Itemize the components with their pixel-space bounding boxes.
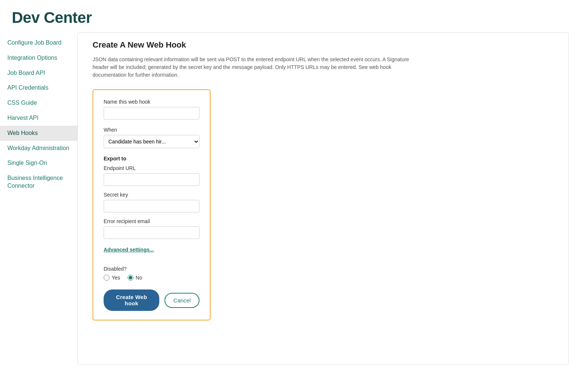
when-label: When	[104, 127, 199, 133]
sidebar-item-single-sign-on[interactable]: Single Sign-On	[0, 156, 77, 171]
error-email-label: Error recipient email	[104, 218, 199, 224]
export-to-group: Export to Endpoint URL Secret key Error …	[104, 156, 199, 239]
radio-no-label: No	[136, 275, 142, 281]
sidebar-item-harvest-api[interactable]: Harvest API	[0, 111, 77, 126]
radio-yes-label: Yes	[112, 275, 120, 281]
secret-key-label: Secret key	[104, 192, 199, 198]
main-layout: Configure Job Board Integration Options …	[0, 32, 576, 372]
create-webhook-button[interactable]: Create Web hook	[104, 289, 159, 311]
sidebar-item-configure-job-board[interactable]: Configure Job Board	[0, 35, 77, 51]
radio-yes-option[interactable]: Yes	[104, 275, 120, 281]
endpoint-url-label: Endpoint URL	[104, 165, 199, 171]
radio-group: Yes No	[104, 275, 199, 281]
radio-no-option[interactable]: No	[128, 275, 142, 281]
export-to-label: Export to	[104, 156, 199, 162]
name-label: Name this web hook	[104, 99, 199, 105]
radio-no-input[interactable]	[128, 275, 133, 281]
form-card: Name this web hook When Candidate has be…	[93, 89, 211, 320]
sidebar-item-web-hooks[interactable]: Web Hooks	[0, 126, 77, 141]
endpoint-url-input[interactable]	[104, 173, 199, 186]
when-group: When Candidate has been hir... Candidate…	[104, 127, 199, 148]
radio-yes-input[interactable]	[104, 275, 110, 281]
name-group: Name this web hook	[104, 99, 199, 119]
disabled-label: Disabled?	[104, 266, 199, 272]
sidebar-item-css-guide[interactable]: CSS Guide	[0, 96, 77, 111]
sidebar-item-integration-options[interactable]: Integration Options	[0, 51, 77, 66]
name-input[interactable]	[104, 107, 199, 119]
sidebar-item-workday-administration[interactable]: Workday Administration	[0, 141, 77, 156]
sidebar-item-business-intelligence-connector[interactable]: Business Intelligence Connector	[0, 171, 77, 194]
form-buttons: Create Web hook Cancel	[104, 289, 199, 311]
when-select[interactable]: Candidate has been hir... Candidate has …	[104, 135, 199, 148]
page-header: Dev Center	[0, 0, 576, 32]
sidebar-item-job-board-api[interactable]: Job Board API	[0, 66, 77, 81]
page-title: Dev Center	[12, 9, 564, 27]
error-email-input[interactable]	[104, 226, 199, 239]
content-description: JSON data containing relevant informatio…	[93, 56, 424, 79]
disabled-section: Disabled? Yes No	[104, 266, 199, 281]
cancel-button[interactable]: Cancel	[164, 293, 199, 308]
sidebar: Configure Job Board Integration Options …	[0, 32, 77, 372]
secret-key-input[interactable]	[104, 200, 199, 212]
advanced-settings-link[interactable]: Advanced settings...	[104, 247, 154, 253]
sidebar-item-api-credentials[interactable]: API Credentials	[0, 80, 77, 96]
advanced-settings-group: Advanced settings...	[104, 246, 199, 259]
main-content: Create A New Web Hook JSON data containi…	[77, 32, 569, 364]
content-title: Create A New Web Hook	[93, 40, 554, 50]
